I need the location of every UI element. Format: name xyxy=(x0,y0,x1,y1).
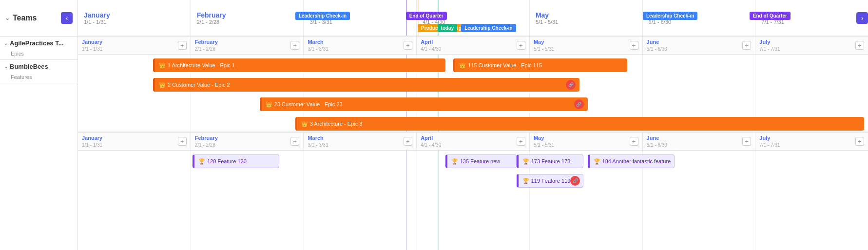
epics-month-jun: June6/1 - 6/30 + xyxy=(643,37,756,54)
add-feat-jun[interactable]: + xyxy=(742,137,751,146)
epic-bar-115[interactable]: 👑 115 Customer Value - Epic 115 xyxy=(453,58,627,72)
features-bars-area: 🏆 120 Feature 120 🏆 135 Feature new 🏆 17… xyxy=(78,151,868,250)
teams-label: Teams xyxy=(13,14,37,22)
epic-bar-3[interactable]: 👑 3 Architecture - Epic 3 xyxy=(295,117,864,131)
feat-grid-2 xyxy=(304,151,304,250)
feat-month-may: May5/1 - 5/31 + xyxy=(530,133,643,150)
epic-bar-2[interactable]: 👑 2 Customer Value - Epic 2 🔗 xyxy=(153,78,579,92)
link-badge-2: 🔗 xyxy=(566,80,576,90)
feature-bar-184[interactable]: 🏆 184 Another fantastic feature xyxy=(588,154,675,168)
feature-bar-119[interactable]: 🏆 119 Feature 119 🔗 xyxy=(517,174,584,188)
epic-3-label: 3 Architecture - Epic 3 xyxy=(310,121,363,127)
add-epic-jan[interactable]: + xyxy=(178,41,187,50)
sidebar-collapse-button[interactable]: ‹ xyxy=(61,12,73,24)
trophy-icon-184: 🏆 xyxy=(594,158,600,165)
add-epic-apr[interactable]: + xyxy=(517,41,525,50)
e-apr-range: 4/1 - 4/30 xyxy=(421,46,441,52)
epics-bars-area: 👑 1 Architecture Value - Epic 1 👑 115 Cu… xyxy=(78,55,868,133)
team-agile-block: ⌄ AgilePractices T... Epics xyxy=(0,37,77,60)
team-bumble-sub: Features xyxy=(0,73,77,83)
feat-vmark-today xyxy=(438,151,439,250)
add-epic-jul[interactable]: + xyxy=(855,41,864,50)
team-agile-name: AgilePractices T... xyxy=(10,39,64,47)
team-bumble-row[interactable]: ⌄ BumbleBees xyxy=(0,60,77,73)
month-feb-name: February xyxy=(197,11,298,19)
team-agile-chevron: ⌄ xyxy=(4,40,8,46)
e-apr-name: April xyxy=(421,39,433,45)
end-quarter-badge-1: End of Quarter xyxy=(406,12,447,20)
f-may-range: 5/1 - 5/31 xyxy=(534,142,554,148)
crown-icon-2: 👑 xyxy=(159,82,166,88)
f-mar-range: 3/1 - 3/31 xyxy=(308,142,328,148)
epic-2-label: 2 Customer Value - Epic 2 xyxy=(168,82,230,88)
f-jan-name: January xyxy=(82,135,102,141)
add-epic-mar[interactable]: + xyxy=(404,41,412,50)
e-jun-name: June xyxy=(647,39,659,45)
sidebar: ⌄ Teams ‹ ⌄ AgilePractices T... Epics ⌄ … xyxy=(0,0,78,250)
add-epic-jun[interactable]: + xyxy=(742,41,751,50)
epics-month-jan: January1/1 - 1/31 + xyxy=(78,37,191,54)
team-agile-row[interactable]: ⌄ AgilePractices T... xyxy=(0,37,77,50)
feature-bar-173[interactable]: 🏆 173 Feature 173 xyxy=(517,154,584,168)
leadership-badge-1: Leadership Check-in xyxy=(295,12,350,20)
month-jan-name: January xyxy=(84,11,185,19)
e-may-range: 5/1 - 5/31 xyxy=(534,46,554,52)
feature-184-label: 184 Another fantastic feature xyxy=(602,158,671,164)
feature-120-label: 120 Feature 120 xyxy=(207,158,247,164)
add-feat-apr[interactable]: + xyxy=(517,137,525,146)
add-epic-feb[interactable]: + xyxy=(290,41,299,50)
add-feat-mar[interactable]: + xyxy=(404,137,412,146)
feat-grid-6 xyxy=(755,151,755,250)
end-quarter-badge-2: End of Quarter xyxy=(750,12,791,20)
add-feat-feb[interactable]: + xyxy=(290,137,299,146)
add-epic-may[interactable]: + xyxy=(630,41,638,50)
f-may-name: May xyxy=(534,135,544,141)
epic-bar-1[interactable]: 👑 1 Architecture Value - Epic 1 xyxy=(153,58,445,72)
e-may-name: May xyxy=(534,39,544,45)
f-feb-name: February xyxy=(195,135,218,141)
crown-icon-23: 👑 xyxy=(266,101,272,108)
teams-label-container: ⌄ Teams xyxy=(5,14,37,22)
epics-month-mar: March3/1 - 3/31 + xyxy=(304,37,417,54)
f-mar-name: March xyxy=(308,135,323,141)
crown-icon-1: 👑 xyxy=(159,62,166,69)
e-feb-name: February xyxy=(195,39,218,45)
epic-bar-23[interactable]: 👑 23 Customer Value - Epic 23 🔗 xyxy=(260,97,588,111)
e-jul-range: 7/1 - 7/31 xyxy=(759,46,780,52)
team-bumble-name: BumbleBees xyxy=(10,63,48,70)
add-feat-may[interactable]: + xyxy=(630,137,638,146)
add-feat-jul[interactable]: + xyxy=(855,137,864,146)
feat-month-jul: July7/1 - 7/31 + xyxy=(755,133,868,150)
link-badge-23: 🔗 xyxy=(574,99,584,109)
feature-bar-135[interactable]: 🏆 135 Feature new xyxy=(445,154,517,168)
feat-grid-3 xyxy=(417,151,417,250)
scroll-right-button[interactable]: › xyxy=(856,12,868,24)
team-bumble-block: ⌄ BumbleBees Features xyxy=(0,60,77,83)
add-feat-jan[interactable]: + xyxy=(178,137,187,146)
gantt-area: January 1/1 - 1/31 February 2/1 - 2/28 M… xyxy=(78,0,868,250)
app-root: ⌄ Teams ‹ ⌄ AgilePractices T... Epics ⌄ … xyxy=(0,0,868,250)
feature-bar-120[interactable]: 🏆 120 Feature 120 xyxy=(193,154,279,168)
f-jul-name: July xyxy=(759,135,770,141)
leadership-badge-2: Leadership Check-in xyxy=(461,24,516,32)
e-jan-name: January xyxy=(82,39,102,45)
features-months-subheader: January1/1 - 1/31 + February2/1 - 2/28 +… xyxy=(78,133,868,151)
feature-173-label: 173 Feature 173 xyxy=(531,158,571,164)
month-jan-range: 1/1 - 1/31 xyxy=(84,19,185,25)
f-apr-range: 4/1 - 4/30 xyxy=(421,142,441,148)
months-header-row: January 1/1 - 1/31 February 2/1 - 2/28 M… xyxy=(78,0,868,37)
e-jun-range: 6/1 - 6/30 xyxy=(647,46,667,52)
sidebar-header: ⌄ Teams ‹ xyxy=(0,0,77,37)
feature-119-label: 119 Feature 119 xyxy=(531,178,571,184)
feature-135-label: 135 Feature new xyxy=(460,158,501,164)
f-jul-range: 7/1 - 7/31 xyxy=(759,142,780,148)
feat-grid-1 xyxy=(191,151,191,250)
f-jun-name: June xyxy=(647,135,659,141)
trophy-icon-173: 🏆 xyxy=(522,158,529,165)
today-badge: today xyxy=(438,24,458,32)
feat-month-apr: April4/1 - 4/30 + xyxy=(417,133,530,150)
epics-months-subheader: January1/1 - 1/31 + February2/1 - 2/28 +… xyxy=(78,37,868,55)
team-agile-sub: Epics xyxy=(0,50,77,59)
epic-23-label: 23 Customer Value - Epic 23 xyxy=(274,101,343,107)
f-jun-range: 6/1 - 6/30 xyxy=(647,142,667,148)
